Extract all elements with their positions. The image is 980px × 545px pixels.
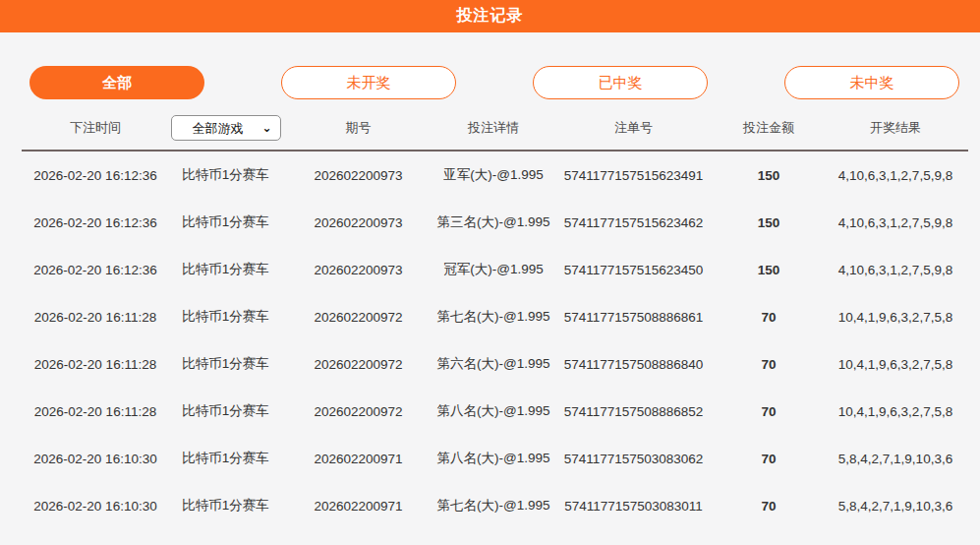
cell-amount: 70 [715,340,823,388]
cell-detail: 第三名(大)-@1.995 [434,199,552,246]
column-header-game: 全部游戏 ⌄ [169,109,282,151]
filter-button-row: 全部 未开奖 已中奖 未中奖 [0,32,980,99]
table-row: 2026-02-20 16:12:36 比特币1分赛车 202602200973… [22,246,968,293]
cell-time: 2026-02-20 16:11:28 [22,293,169,340]
cell-time: 2026-02-20 16:10:30 [22,529,169,545]
cell-game: 比特币1分赛车 [169,151,282,199]
table-row: 2026-02-20 16:10:30 比特币1分赛车 202602200971… [22,482,968,529]
cell-period: 202602200971 [282,529,434,545]
filter-won-button[interactable]: 已中奖 [533,66,708,99]
column-header-period: 期号 [282,109,434,151]
column-header-time: 下注时间 [22,109,169,151]
cell-period: 202602200971 [282,435,434,482]
cell-time: 2026-02-20 16:11:28 [22,340,169,388]
column-header-amount: 投注金额 [715,109,823,151]
column-header-detail: 投注详情 [434,109,552,151]
cell-game: 比特币1分赛车 [169,246,282,293]
cell-amount: 70 [715,529,823,545]
cell-order: 5741177157508886861 [552,293,715,340]
cell-detail: 第八名(大)-@1.995 [434,388,552,435]
cell-game: 比特币1分赛车 [169,435,282,482]
cell-detail: 第六名(大)-@1.995 [434,340,552,388]
cell-detail: 第七名(大)-@1.995 [434,482,552,529]
cell-detail: 第六名(大)-@1.995 [434,529,552,545]
filter-lost-button[interactable]: 未中奖 [784,66,959,99]
cell-result: 4,10,6,3,1,2,7,5,9,8 [823,199,968,246]
cell-order: 5741177157503083062 [552,435,715,482]
cell-order: 5741177157508886852 [552,388,715,435]
cell-amount: 150 [715,246,823,293]
table-row: 2026-02-20 16:12:36 比特币1分赛车 202602200973… [22,199,968,246]
cell-result: 5,8,4,2,7,1,9,10,3,6 [823,529,968,545]
table-row: 2026-02-20 16:11:28 比特币1分赛车 202602200972… [22,293,968,340]
cell-result: 4,10,6,3,1,2,7,5,9,8 [823,246,968,293]
cell-time: 2026-02-20 16:11:28 [22,388,169,435]
cell-order: 5741177157515623462 [552,199,715,246]
cell-period: 202602200972 [282,388,434,435]
cell-amount: 150 [715,151,823,199]
cell-detail: 第八名(大)-@1.995 [434,435,552,482]
cell-result: 10,4,1,9,6,3,2,7,5,8 [823,293,968,340]
cell-time: 2026-02-20 16:10:30 [22,482,169,529]
bet-records-table: 下注时间 全部游戏 ⌄ 期号 投注详情 注单号 投注金额 开奖结果 2026-0… [22,109,968,545]
filter-all-button[interactable]: 全部 [29,66,204,99]
title-bar: 投注记录 [0,0,980,32]
cell-period: 202602200972 [282,293,434,340]
cell-period: 202602200973 [282,151,434,199]
cell-detail: 第七名(大)-@1.995 [434,293,552,340]
filter-undrawn-button[interactable]: 未开奖 [281,66,456,99]
cell-period: 202602200973 [282,199,434,246]
cell-amount: 70 [715,388,823,435]
cell-time: 2026-02-20 16:12:36 [22,246,169,293]
cell-order: 5741177157508886840 [552,340,715,388]
cell-time: 2026-02-20 16:10:30 [22,435,169,482]
cell-order: 5741177157503083000 [552,529,715,545]
table-row: 2026-02-20 16:10:30 比特币1分赛车 202602200971… [22,435,968,482]
cell-detail: 冠军(大)-@1.995 [434,246,552,293]
cell-game: 比特币1分赛车 [169,293,282,340]
cell-period: 202602200971 [282,482,434,529]
table-row: 2026-02-20 16:11:28 比特币1分赛车 202602200972… [22,340,968,388]
cell-game: 比特币1分赛车 [169,482,282,529]
cell-amount: 70 [715,435,823,482]
cell-result: 10,4,1,9,6,3,2,7,5,8 [823,388,968,435]
page-title: 投注记录 [457,6,524,27]
cell-result: 5,8,4,2,7,1,9,10,3,6 [823,435,968,482]
cell-order: 5741177157515623491 [552,151,715,199]
game-filter-wrapper: 全部游戏 ⌄ [171,115,281,141]
cell-time: 2026-02-20 16:12:36 [22,151,169,199]
cell-game: 比特币1分赛车 [169,340,282,388]
column-header-order: 注单号 [552,109,715,151]
table-row: 2026-02-20 16:11:28 比特币1分赛车 202602200972… [22,388,968,435]
cell-game: 比特币1分赛车 [169,529,282,545]
cell-order: 5741177157503083011 [552,482,715,529]
cell-order: 5741177157515623450 [552,246,715,293]
game-filter-select[interactable]: 全部游戏 [171,115,281,141]
cell-amount: 70 [715,293,823,340]
cell-period: 202602200973 [282,246,434,293]
cell-amount: 150 [715,199,823,246]
cell-amount: 70 [715,482,823,529]
cell-game: 比特币1分赛车 [169,199,282,246]
cell-game: 比特币1分赛车 [169,388,282,435]
cell-detail: 亚军(大)-@1.995 [434,151,552,199]
cell-period: 202602200972 [282,340,434,388]
cell-result: 4,10,6,3,1,2,7,5,9,8 [823,151,968,199]
cell-result: 10,4,1,9,6,3,2,7,5,8 [823,340,968,388]
table-row: 2026-02-20 16:10:30 比特币1分赛车 202602200971… [22,529,968,545]
column-header-result: 开奖结果 [823,109,968,151]
table-row: 2026-02-20 16:12:36 比特币1分赛车 202602200973… [22,151,968,199]
cell-time: 2026-02-20 16:12:36 [22,199,169,246]
table-header-row: 下注时间 全部游戏 ⌄ 期号 投注详情 注单号 投注金额 开奖结果 [22,109,968,151]
cell-result: 5,8,4,2,7,1,9,10,3,6 [823,482,968,529]
